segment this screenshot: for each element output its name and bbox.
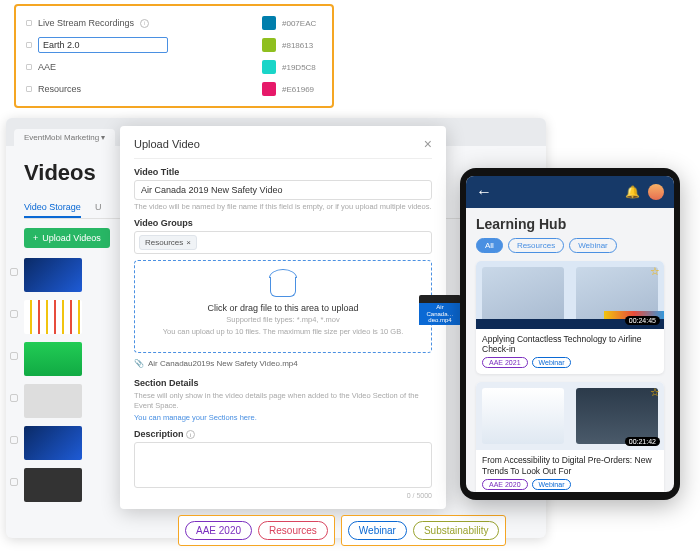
hex-value: #E61969 xyxy=(282,85,322,94)
color-swatch[interactable] xyxy=(262,60,276,74)
inbox-icon xyxy=(270,277,296,297)
title-hint: The video will be named by file name if … xyxy=(134,202,432,212)
favorite-icon[interactable]: ☆ xyxy=(650,265,660,278)
chip-group: Webinar Substainability xyxy=(341,515,507,546)
section-hint: These will only show in the video detail… xyxy=(134,391,432,411)
tag-chip[interactable]: Resources xyxy=(258,521,328,540)
video-thumb[interactable] xyxy=(24,426,82,460)
tag-row[interactable]: AAE #19D5C8 xyxy=(26,56,322,78)
filter-pills: All Resources Webinar xyxy=(476,238,664,253)
checkbox[interactable] xyxy=(10,352,18,360)
runtime-badge: 00:21:42 xyxy=(625,437,660,446)
app-bar: ← 🔔 xyxy=(466,176,674,208)
upload-dropzone[interactable]: Click or drag file to this area to uploa… xyxy=(134,260,432,354)
video-groups-input[interactable]: Resources× xyxy=(134,231,432,254)
video-thumb[interactable] xyxy=(24,300,82,334)
video-title-input[interactable] xyxy=(134,180,432,200)
video-preview: ☆ 00:21:42 xyxy=(476,382,664,450)
color-swatch[interactable] xyxy=(262,38,276,52)
tag-label: Resources xyxy=(38,84,81,94)
section-details-label: Section Details xyxy=(134,378,432,388)
checkbox[interactable] xyxy=(10,310,18,318)
tag-name-input[interactable] xyxy=(38,37,168,53)
filter-webinar[interactable]: Webinar xyxy=(569,238,617,253)
bottom-chip-callouts: AAE 2020 Resources Webinar Substainabili… xyxy=(178,515,506,546)
tag-panel: Live Stream Recordings i #007EAC #818613… xyxy=(14,4,334,108)
filter-all[interactable]: All xyxy=(476,238,503,253)
attached-file[interactable]: 📎 Air Canadau2019s New Safety Video.mp4 xyxy=(134,359,432,368)
char-counter: 0 / 5000 xyxy=(134,492,432,499)
tag-label: Live Stream Recordings xyxy=(38,18,134,28)
video-thumb[interactable] xyxy=(24,342,82,376)
bell-icon[interactable]: 🔔 xyxy=(625,185,640,199)
upload-video-modal: Upload Video × Video Title The video wil… xyxy=(120,126,446,509)
card-title: From Accessibility to Digital Pre-Orders… xyxy=(476,450,664,478)
dropzone-main: Click or drag file to this area to uploa… xyxy=(143,303,423,313)
info-icon[interactable]: i xyxy=(186,430,195,439)
runtime-badge: 00:24:45 xyxy=(625,316,660,325)
tablet-screen: ← 🔔 Learning Hub All Resources Webinar ☆… xyxy=(466,176,674,492)
description-textarea[interactable] xyxy=(134,442,432,488)
hex-value: #818613 xyxy=(282,41,322,50)
checkbox[interactable] xyxy=(10,478,18,486)
tag-row[interactable]: Live Stream Recordings i #007EAC xyxy=(26,12,322,34)
back-icon[interactable]: ← xyxy=(476,183,492,201)
video-preview: ☆ 00:24:45 xyxy=(476,261,664,329)
video-thumb[interactable] xyxy=(24,384,82,418)
group-chip[interactable]: Resources× xyxy=(139,235,197,250)
drag-handle-icon[interactable] xyxy=(26,86,32,92)
description-label: Description i xyxy=(134,429,432,440)
color-swatch[interactable] xyxy=(262,16,276,30)
dropzone-note: You can upload up to 10 files. The maxim… xyxy=(143,327,423,337)
hex-value: #007EAC xyxy=(282,19,322,28)
tag-row[interactable]: #818613 xyxy=(26,34,322,56)
upload-videos-button[interactable]: + Upload Videos xyxy=(24,228,110,248)
hub-title: Learning Hub xyxy=(476,216,664,232)
modal-title: Upload Video xyxy=(134,138,200,150)
tab-video-storage[interactable]: Video Storage xyxy=(24,198,81,218)
card-tag[interactable]: AAE 2020 xyxy=(482,479,528,490)
checkbox[interactable] xyxy=(10,394,18,402)
checkbox[interactable] xyxy=(10,268,18,276)
tag-row[interactable]: Resources #E61969 xyxy=(26,78,322,100)
remove-chip-icon[interactable]: × xyxy=(186,238,191,247)
tag-chip[interactable]: Webinar xyxy=(348,521,407,540)
video-card[interactable]: ☆ 00:24:45 Applying Contactless Technolo… xyxy=(476,261,664,374)
video-thumb[interactable] xyxy=(24,468,82,502)
card-tag[interactable]: Webinar xyxy=(532,357,572,368)
favorite-icon[interactable]: ☆ xyxy=(650,386,660,399)
video-title-label: Video Title xyxy=(134,167,432,177)
chip-group: AAE 2020 Resources xyxy=(178,515,335,546)
tablet-device: ← 🔔 Learning Hub All Resources Webinar ☆… xyxy=(460,168,680,500)
hex-value: #19D5C8 xyxy=(282,63,322,72)
paperclip-icon: 📎 xyxy=(134,359,144,368)
plus-icon: + xyxy=(33,233,38,243)
dragging-file-preview: Air Canada…deo.mp4 xyxy=(419,295,461,325)
close-icon[interactable]: × xyxy=(424,136,432,152)
dropzone-sub: Supported file types: *.mp4, *.mov xyxy=(143,315,423,325)
color-swatch[interactable] xyxy=(262,82,276,96)
tag-chip[interactable]: AAE 2020 xyxy=(185,521,252,540)
tag-label: AAE xyxy=(38,62,56,72)
avatar[interactable] xyxy=(648,184,664,200)
manage-sections-link[interactable]: You can manage your Sections here. xyxy=(134,413,432,423)
video-thumb[interactable] xyxy=(24,258,82,292)
checkbox[interactable] xyxy=(10,436,18,444)
browser-tab[interactable]: EventMobi Marketing ▾ xyxy=(14,129,115,146)
video-groups-label: Video Groups xyxy=(134,218,432,228)
info-icon[interactable]: i xyxy=(140,19,149,28)
card-tag[interactable]: AAE 2021 xyxy=(482,357,528,368)
tag-chip[interactable]: Substainability xyxy=(413,521,499,540)
card-tag[interactable]: Webinar xyxy=(532,479,572,490)
filter-resources[interactable]: Resources xyxy=(508,238,564,253)
drag-handle-icon[interactable] xyxy=(26,42,32,48)
drag-handle-icon[interactable] xyxy=(26,20,32,26)
card-title: Applying Contactless Technology to Airli… xyxy=(476,329,664,357)
tab-other[interactable]: U xyxy=(95,198,102,218)
video-card[interactable]: ☆ 00:21:42 From Accessibility to Digital… xyxy=(476,382,664,492)
drag-handle-icon[interactable] xyxy=(26,64,32,70)
